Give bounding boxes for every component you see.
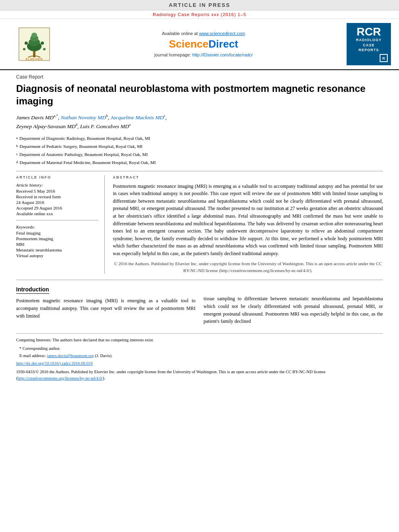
svg-point-6: [31, 33, 37, 37]
svg-point-7: [25, 42, 28, 45]
journal-homepage-label: journal homepage:: [154, 52, 191, 57]
svg-text:ELSEVIER: ELSEVIER: [26, 58, 43, 60]
rcr-emblem-icon: R: [380, 55, 387, 61]
aff-sup: a: [16, 135, 18, 143]
journal-homepage-link[interactable]: http://Elsevier.com/locate/radcr: [192, 52, 253, 57]
body-left-col: Introduction Postmortem magnetic resonan…: [16, 286, 195, 325]
received-date: Received 5 May 2016: [16, 189, 98, 193]
keyword-item: Metastatic neuroblastoma: [16, 247, 98, 252]
author3-sup: c: [164, 114, 165, 118]
svg-point-9: [23, 48, 25, 50]
rcr-logo: RCR RADIOLOGY CASE REPORTS R: [347, 23, 391, 65]
case-report-label: Case Report: [16, 74, 383, 80]
received-revised-label: Received in revised form: [16, 194, 98, 199]
author4-sup: d: [75, 123, 77, 127]
elsevier-logo-area: ELSEVIER: [6, 23, 62, 65]
aff-text: Department of Maternal Fetal Medicine, B…: [20, 159, 156, 167]
article-info-abstract: ARTICLE INFO Article history: Received 5…: [16, 175, 383, 274]
introduction-heading: Introduction: [16, 286, 49, 294]
abstract-heading: ABSTRACT: [113, 175, 383, 179]
article-title: Diagnosis of neonatal neuroblastoma with…: [16, 82, 383, 107]
email-link[interactable]: james.davis@beaumont.org: [47, 353, 94, 358]
aff-sup: d: [16, 159, 18, 167]
aff-text: Department of Diagnostic Radiology, Beau…: [19, 135, 150, 143]
author4-name: Zeynep Alpay-Savasan MD: [16, 123, 75, 129]
svg-point-8: [41, 42, 44, 45]
copyright-body: © 2016 the Authors. Published by Elsevie…: [114, 261, 382, 273]
science-text: Science: [169, 38, 208, 50]
copyright-text: © 2016 the Authors. Published by Elsevie…: [113, 260, 383, 274]
svg-point-10: [43, 48, 46, 50]
keywords-label: Keywords:: [16, 224, 98, 229]
rcr-full-name: RADIOLOGY CASE REPORTS: [350, 37, 388, 53]
intro-right-text: tissue sampling to differentiate between…: [204, 295, 383, 325]
keyword-item: MRI: [16, 242, 98, 247]
abstract-text: Postmortem magnetic resonance imaging (M…: [113, 183, 383, 258]
affiliation-item: aDepartment of Diagnostic Radiology, Bea…: [16, 135, 383, 143]
rcr-line2: CASE: [350, 43, 388, 48]
abstract-col: ABSTRACT Postmortem magnetic resonance i…: [113, 175, 383, 274]
journal-title-bar: Radiology Case Reports xxx (2016) 1–5: [0, 10, 399, 19]
doi-line: http://dx.doi.org/10.1016/j.radcr.2016.0…: [16, 360, 383, 367]
article-in-press-banner: ARTICLE IN PRESS: [0, 0, 399, 10]
direct-text: Direct: [208, 38, 238, 50]
header-center: Available online at www.sciencedirect.co…: [62, 23, 345, 65]
divider-1: [16, 171, 383, 171]
rcr-line1: RADIOLOGY: [350, 37, 388, 43]
authors-line: James Davis MDa,*, Nathan Novotny MDb, J…: [16, 113, 383, 131]
elsevier-logo: ELSEVIER: [18, 27, 50, 61]
competing-interests: Competing Interests: The authors have de…: [16, 337, 383, 343]
article-history: Article history: Received 5 May 2016 Rec…: [16, 183, 98, 216]
history-label: Article history:: [16, 183, 98, 187]
author1-name: James Davis MD: [16, 114, 54, 121]
keyword-item: Fetal imaging: [16, 231, 98, 235]
journal-homepage: journal homepage: http://Elsevier.com/lo…: [154, 52, 253, 57]
aff-text: Department of Pediatric Surgery, Beaumon…: [20, 143, 143, 151]
sciencedirect-logo: ScienceDirect: [169, 38, 238, 50]
affiliation-item: dDepartment of Maternal Fetal Medicine, …: [16, 159, 383, 167]
divider-keywords: [16, 220, 98, 220]
rcr-icon-box: R: [380, 54, 388, 62]
aff-text: Department of Anatomic Pathology, Beaumo…: [19, 151, 148, 159]
body-section: Introduction Postmortem magnetic resonan…: [16, 286, 383, 325]
author2-link[interactable]: Nathan Novotny MD: [60, 114, 106, 121]
received-revised-date: 24 August 2016: [16, 200, 98, 205]
affiliations: aDepartment of Diagnostic Radiology, Bea…: [16, 135, 383, 166]
license-link[interactable]: http://creativecommons.org/licenses/by-n…: [18, 376, 103, 380]
accepted-date: Accepted 29 August 2016: [16, 206, 98, 210]
divider-2: [16, 280, 383, 280]
rcr-logo-area: RCR RADIOLOGY CASE REPORTS R: [345, 23, 393, 65]
rcr-acronym: RCR: [350, 26, 388, 37]
keywords-section: Keywords: Fetal imagingPostmortem imagin…: [16, 224, 98, 258]
aff-sup: c: [16, 151, 18, 159]
available-online-label: Available online at: [162, 31, 198, 36]
available-online: Available online xxx: [16, 211, 98, 216]
doi-link[interactable]: http://dx.doi.org/10.1016/j.radcr.2016.0…: [16, 361, 93, 366]
body-right-col: tissue sampling to differentiate between…: [204, 286, 383, 325]
email-note: (J. Davis).: [95, 353, 112, 358]
page-header: ELSEVIER Available online at www.science…: [0, 19, 399, 70]
keyword-item: Virtual autopsy: [16, 253, 98, 258]
email-label: E-mail address:: [19, 353, 46, 358]
rcr-icon-row: R: [350, 54, 388, 62]
author2-sup: b: [106, 114, 108, 118]
svg-text:R: R: [382, 56, 385, 60]
intro-left-text: Postmortem magnetic resonance imaging (M…: [16, 297, 195, 320]
license-line: 1930-0433/© 2016 the Authors. Published …: [16, 369, 383, 382]
keyword-item: Postmortem imaging: [16, 236, 98, 241]
available-online-text: Available online at www.sciencedirect.co…: [162, 31, 245, 36]
author5-name: Luis F. Goncalves MD: [80, 123, 129, 129]
license-end: ).: [103, 376, 105, 380]
aff-sup: b: [16, 143, 18, 151]
corresponding-author: * Corresponding author.: [19, 345, 383, 352]
corresponding-label: * Corresponding author.: [19, 346, 60, 351]
footer-section: Competing Interests: The authors have de…: [16, 333, 383, 382]
article-info-col: ARTICLE INFO Article history: Received 5…: [16, 175, 105, 274]
main-content: Case Report Diagnosis of neonatal neurob…: [0, 70, 399, 388]
author3-link[interactable]: Jacqueline Macknis MD: [110, 114, 164, 121]
rcr-line3: REPORTS: [350, 48, 388, 53]
email-line: E-mail address: james.davis@beaumont.org…: [19, 353, 383, 359]
available-link[interactable]: www.sciencedirect.com: [199, 31, 245, 36]
affiliation-item: cDepartment of Anatomic Pathology, Beaum…: [16, 151, 383, 159]
affiliation-item: bDepartment of Pediatric Surgery, Beaumo…: [16, 143, 383, 151]
